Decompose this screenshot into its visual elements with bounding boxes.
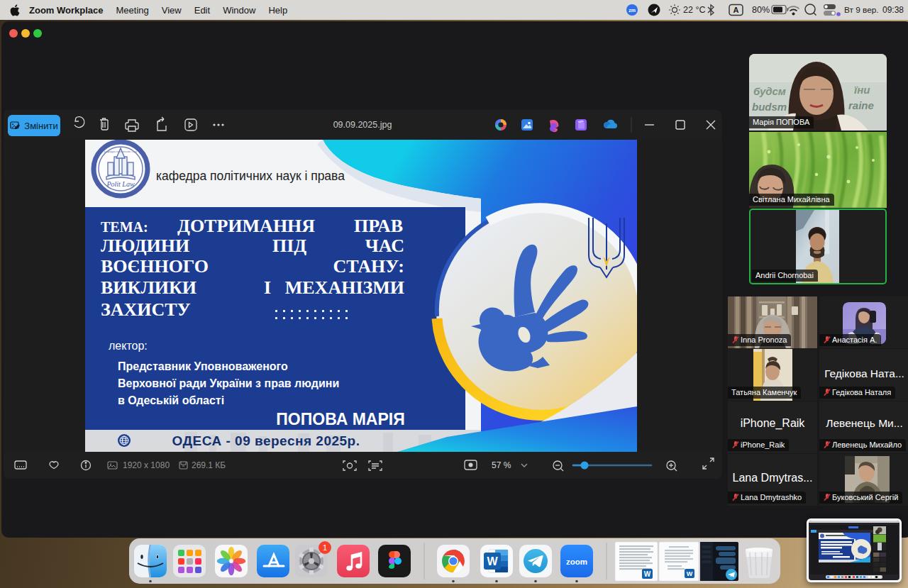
svg-text:22 °C: 22 °C <box>683 5 705 15</box>
svg-text:09.09.2025.jpg: 09.09.2025.jpg <box>333 120 392 130</box>
svg-text:кафедра політичних наук: кафедра політичних наук <box>104 150 138 153</box>
svg-text:1: 1 <box>323 543 327 552</box>
svg-text:ПОПОВА МАРІЯ: ПОПОВА МАРІЯ <box>276 410 404 428</box>
svg-text:1920 x 1080: 1920 x 1080 <box>123 460 170 470</box>
svg-text:ПІД: ПІД <box>272 235 306 256</box>
svg-text:ОДЕСА - 09 вересня 2025р.: ОДЕСА - 09 вересня 2025р. <box>172 433 360 448</box>
svg-text:Polit Law: Polit Law <box>106 180 135 188</box>
svg-text:09:38: 09:38 <box>882 5 904 15</box>
svg-text:269.1 КБ: 269.1 КБ <box>192 460 226 470</box>
svg-text:Верховної ради України з прав: Верховної ради України з прав людини <box>118 377 339 389</box>
svg-text:ДОТРИМАННЯ: ДОТРИМАННЯ <box>177 216 315 236</box>
svg-text:80%: 80% <box>752 5 770 15</box>
svg-text:zm: zm <box>629 8 636 13</box>
svg-text:ВОЄННОГО: ВОЄННОГО <box>101 256 209 277</box>
svg-text:57 %: 57 % <box>492 460 511 470</box>
svg-text:ЧАС: ЧАС <box>365 235 404 256</box>
svg-text:zoom: zoom <box>566 558 587 566</box>
svg-text:W: W <box>487 555 498 567</box>
svg-text:ЛЮДИНИ: ЛЮДИНИ <box>101 235 189 256</box>
svg-text:будсм: будсм <box>753 85 786 97</box>
svg-text:raine: raine <box>848 99 874 111</box>
svg-text:їни: їни <box>854 84 870 96</box>
svg-text:МЕХАНІЗМИ: МЕХАНІЗМИ <box>285 277 404 298</box>
svg-text:W: W <box>687 570 693 577</box>
svg-text:Представник Уповноваженого: Представник Уповноваженого <box>118 360 288 372</box>
svg-text:ЗАХИСТУ: ЗАХИСТУ <box>101 299 191 320</box>
svg-text:І: І <box>264 277 271 298</box>
svg-text:кафедра політичних наук і прав: кафедра політичних наук і права <box>156 169 345 183</box>
svg-text:budsm: budsm <box>752 101 787 113</box>
svg-text:в Одеській області: в Одеській області <box>118 394 224 406</box>
svg-text:ТЕМА:: ТЕМА: <box>101 219 148 235</box>
svg-text:ВИКЛИКИ: ВИКЛИКИ <box>101 277 196 298</box>
svg-text:W: W <box>644 570 651 578</box>
svg-text:лектор:: лектор: <box>109 340 148 352</box>
svg-text:ПРАВ: ПРАВ <box>354 216 403 236</box>
svg-text:Вт 9 вер.: Вт 9 вер. <box>844 5 879 15</box>
svg-text:СТАНУ:: СТАНУ: <box>333 256 404 277</box>
svg-text:A: A <box>733 6 739 14</box>
